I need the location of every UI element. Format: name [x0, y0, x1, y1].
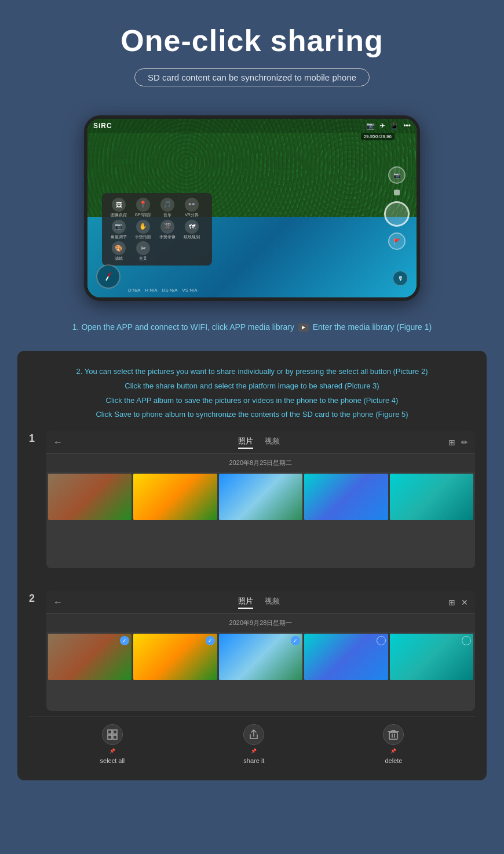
menu-item-edit: ✂ 交叉: [132, 241, 154, 261]
screen2-navbar: ← 照片 视频 ⊞ ✕: [46, 591, 475, 614]
screen1-empty: [46, 522, 475, 568]
shutter-btn: [384, 201, 410, 227]
side-controls: 📷 🚩: [384, 166, 410, 250]
photo-thumb-s2-2: ✓: [133, 634, 217, 680]
delete-button[interactable]: 📌 delete: [383, 724, 404, 764]
close-icon-2[interactable]: ✕: [461, 598, 468, 607]
select-all-svg: [107, 729, 118, 740]
play-icon: [298, 324, 309, 332]
check-empty-4: [377, 636, 386, 645]
menu-overlay: 🖼 图像跟踪 📍 GPS跟踪 🎵 音乐 👓 VR分界: [102, 193, 212, 266]
header-section: One-click sharing SD card content can be…: [0, 0, 504, 98]
screen1-number: 1: [29, 431, 41, 568]
check-mark-2: ✓: [206, 636, 215, 645]
screen2-wrapper: 2 ← 照片 视频 ⊞ ✕ 2020年9月28日星期一 ✓: [29, 591, 475, 711]
desc-line-4: Click Save to phone album to synchronize…: [29, 408, 475, 422]
compass: [96, 264, 120, 289]
screen1-back[interactable]: ←: [53, 437, 63, 448]
share-label: share it: [243, 757, 264, 764]
select-all-label: select all: [100, 757, 125, 764]
tab-photos-2[interactable]: 照片: [238, 596, 253, 609]
menu-item-gps: 📍 GPS跟踪: [132, 198, 154, 217]
select-all-pin: 📌: [109, 748, 115, 754]
share-icon: [243, 724, 264, 745]
screen2-back[interactable]: ←: [53, 597, 63, 608]
share-pin: 📌: [251, 748, 257, 754]
screen1-tabs: 照片 视频: [70, 436, 448, 449]
phone-container: SiRC 📷 ✈ 📱 ••• 29.95G/29.96 🖼 图像跟踪: [0, 115, 504, 301]
screen2-spacer: [46, 682, 475, 711]
dark-panel: 2. You can select the pictures you want …: [17, 351, 487, 780]
svg-rect-2: [108, 735, 112, 739]
bottom-action-bar: 📌 select all 📌 share it: [29, 717, 475, 769]
album-icon[interactable]: ⊞: [448, 438, 455, 447]
screen1-nav-actions: ⊞ ✏: [448, 438, 468, 447]
side-btn-top: 📷: [388, 166, 406, 184]
select-all-button[interactable]: 📌 select all: [100, 724, 125, 764]
edit-icon-nav[interactable]: ✏: [461, 438, 468, 447]
panel-description: 2. You can select the pictures you want …: [29, 365, 475, 422]
tab-videos-1[interactable]: 视频: [265, 436, 280, 449]
delete-icon: [383, 724, 404, 745]
photo-thumb-1: [48, 474, 132, 520]
screen2-nav-actions: ⊞ ✕: [448, 598, 468, 607]
more-icon: •••: [403, 122, 411, 130]
camera-icon: 📷: [366, 122, 375, 130]
menu-item-video: 🎬 手势录像: [156, 220, 178, 239]
delete-svg: [388, 729, 399, 740]
menu-item-gesture: ✋ 手势拍照: [132, 220, 154, 239]
filter-icon: 🎨: [112, 241, 126, 255]
screen2-photo-grid: ✓ ✓ ✓: [46, 632, 475, 682]
photo-thumb-2: [133, 474, 217, 520]
phone-screen: SiRC 📷 ✈ 📱 ••• 29.95G/29.96 🖼 图像跟踪: [87, 119, 417, 297]
side-btn-flag: 🚩: [388, 232, 406, 250]
page-title: One-click sharing: [12, 23, 492, 58]
desc-line-2: Click the share button and select the pl…: [29, 379, 475, 394]
screen2-tabs: 照片 视频: [70, 596, 448, 609]
gesture-icon: ✋: [136, 220, 150, 234]
svg-rect-1: [113, 730, 117, 734]
phone-icon: 📱: [390, 122, 399, 130]
subtitle-badge: SD card content can be synchronized to m…: [134, 68, 370, 86]
svg-rect-3: [113, 735, 117, 739]
video-icon: 🎬: [160, 220, 174, 234]
mic-button[interactable]: 🎙: [393, 271, 408, 286]
photo-thumb-4: [304, 474, 388, 520]
route-icon: 🗺: [185, 220, 199, 234]
photo-thumb-s2-1: ✓: [48, 634, 132, 680]
bottom-stats: D N/A H N/A DS N/A VS N/A: [128, 288, 198, 293]
share-svg: [248, 729, 260, 740]
spacer: [29, 574, 475, 586]
select-all-icon: [102, 724, 123, 745]
gps-icon: 📍: [136, 198, 150, 212]
delete-pin: 📌: [390, 748, 396, 754]
share-it-button[interactable]: 📌 share it: [243, 724, 264, 764]
menu-item-camera-adj: 📷 角度调节: [108, 220, 130, 239]
menu-item-music: 🎵 音乐: [156, 198, 178, 217]
svg-rect-4: [389, 732, 397, 739]
edit-icon: ✂: [136, 241, 150, 255]
screen2-number: 2: [29, 591, 41, 711]
screen1-date: 2020年8月25日星期二: [46, 454, 475, 472]
delete-label: delete: [385, 757, 402, 764]
photo-thumb-s2-3: ✓: [219, 634, 302, 680]
menu-item-filter: 🎨 滤镜: [108, 241, 130, 261]
menu-item-route: 🗺 航线规划: [181, 220, 203, 239]
music-icon: 🎵: [160, 198, 174, 212]
desc-line-1: 2. You can select the pictures you want …: [29, 365, 475, 379]
menu-grid: 🖼 图像跟踪 📍 GPS跟踪 🎵 音乐 👓 VR分界: [108, 198, 206, 261]
photo-thumb-s2-4: [304, 634, 388, 680]
photo-thumb-s2-5: [390, 634, 473, 680]
tab-photos-1[interactable]: 照片: [238, 436, 253, 449]
screen1-photo-grid: [46, 472, 475, 522]
screen1-navbar: ← 照片 视频 ⊞ ✏: [46, 431, 475, 454]
tab-videos-2[interactable]: 视频: [265, 596, 280, 609]
screen2-date: 2020年9月28日星期一: [46, 614, 475, 632]
album-icon-2[interactable]: ⊞: [448, 598, 455, 607]
drone-icon: ✈: [379, 122, 385, 130]
phone-brand: SiRC: [93, 122, 112, 130]
phone-mockup: SiRC 📷 ✈ 📱 ••• 29.95G/29.96 🖼 图像跟踪: [84, 115, 420, 301]
screen1: ← 照片 视频 ⊞ ✏ 2020年8月25日星期二: [46, 431, 475, 568]
camera-adj-icon: 📷: [112, 220, 126, 234]
storage-indicator: 29.95G/29.96: [361, 133, 395, 140]
